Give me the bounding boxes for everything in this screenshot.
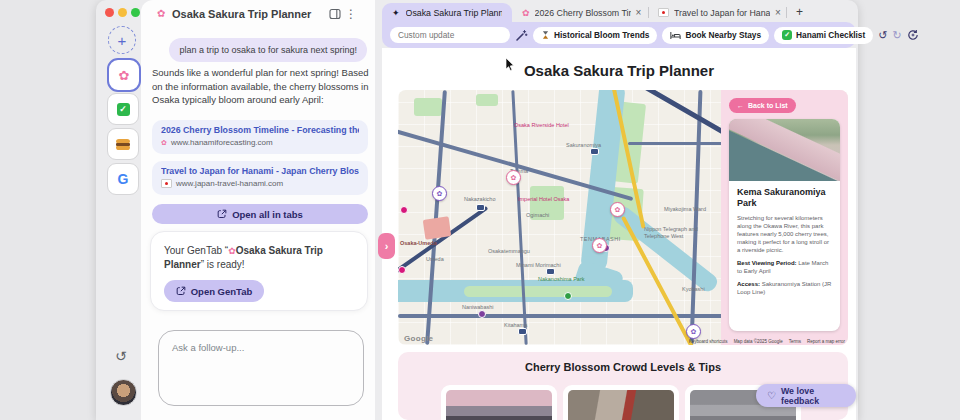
crowd-card[interactable]	[441, 385, 557, 420]
left-arrow-icon: ←	[737, 102, 744, 109]
citation-card[interactable]: 2026 Cherry Blossom Timeline - Forecasti…	[152, 120, 368, 154]
book-nearby-stays-button[interactable]: Book Nearby Stays	[662, 27, 769, 44]
tab-travel-to-japan[interactable]: Travel to Japan for Hanami - J ×	[658, 3, 781, 22]
new-tab-button[interactable]: +	[796, 5, 803, 19]
heart-icon: ♡	[767, 390, 776, 401]
citation-url: www.japan-travel-hanami.com	[176, 179, 283, 188]
page-title: Osaka Sakura Trip Planner	[382, 62, 856, 79]
rail-item-sakura-active[interactable]: ✿	[107, 58, 141, 92]
map-label: Nakazakicho	[464, 196, 496, 202]
google-g-icon: G	[118, 171, 129, 187]
station-marker	[476, 204, 485, 211]
station-marker	[398, 266, 406, 274]
keyboard-shortcuts-link[interactable]: Keyboard shortcuts	[689, 339, 728, 344]
custom-update-input[interactable]	[390, 27, 510, 43]
historical-bloom-trends-button[interactable]: Historical Bloom Trends	[533, 27, 657, 44]
japan-flag-favicon	[658, 8, 669, 17]
open-all-in-tabs-button[interactable]: Open all in tabs	[152, 204, 368, 224]
map-label: Miyakojima Ward	[664, 206, 706, 212]
report-map-error-link[interactable]: Report a map error	[807, 339, 845, 344]
access-label: Access:	[737, 281, 760, 287]
regenerate-icon[interactable]	[907, 29, 919, 41]
map-label: Nakanoshima Park	[538, 276, 584, 282]
open-gentab-button[interactable]: Open GenTab	[164, 280, 264, 302]
gentab-page: Osaka Sakura Trip Planner	[382, 48, 856, 420]
station-marker	[518, 328, 527, 335]
panel-expand-chevron[interactable]: ›	[378, 233, 395, 259]
minimize-window-button[interactable]	[118, 8, 127, 17]
japan-flag-favicon	[161, 179, 172, 188]
magic-wand-icon[interactable]	[515, 29, 528, 42]
sakura-spot-marker[interactable]: ✿	[610, 202, 625, 217]
tab-cherry-blossom-timeline[interactable]: ✿ 2026 Cherry Blossom Timelin ×	[522, 3, 641, 22]
close-tab-icon[interactable]: ×	[775, 7, 781, 18]
chat-panel: ✿ Osaka Sakura Trip Planner ⋮ plan a tri…	[141, 0, 375, 420]
google-watermark: Google	[404, 334, 433, 343]
gentab-text-prefix: Your GenTab “	[164, 245, 228, 256]
map-label: Minami Morimachi	[516, 262, 561, 268]
rail-item-checklist[interactable]: ✓	[107, 93, 139, 125]
user-avatar[interactable]	[110, 379, 137, 406]
undo-icon[interactable]: ↺	[878, 30, 887, 41]
close-tab-icon[interactable]: ×	[636, 7, 642, 18]
new-gentab-button[interactable]: +	[108, 26, 136, 54]
rail-item-food[interactable]	[107, 128, 139, 160]
place-card[interactable]: Kema Sakuranomiya Park Stretching for se…	[729, 119, 840, 331]
citation-title: Travel to Japan for Hanami - Japan Cherr…	[161, 166, 359, 176]
tab-gentab-active[interactable]: ✦ Osaka Sakura Trip Planner	[382, 3, 512, 22]
mouse-cursor	[505, 58, 516, 72]
rail-item-google[interactable]: G	[107, 163, 139, 195]
map-label: Kyobashi	[682, 286, 705, 292]
gentab-toolbar: Historical Bloom Trends Book Nearby Stay…	[382, 22, 856, 48]
sparkle-icon: ✦	[392, 8, 400, 18]
feedback-button[interactable]: ♡ We love feedback	[756, 384, 856, 407]
assistant-message: Sounds like a wonderful plan for next sp…	[152, 66, 370, 107]
sakura-spot-marker[interactable]: ✿	[432, 186, 447, 201]
station-marker	[564, 292, 572, 300]
plus-icon: +	[118, 32, 127, 49]
followup-input[interactable]	[159, 331, 363, 405]
open-as-tab-icon[interactable]	[329, 8, 341, 20]
sakura-spot-marker[interactable]: ✿	[592, 238, 607, 253]
bed-icon	[670, 31, 681, 40]
more-options-icon[interactable]: ⋮	[345, 7, 357, 21]
open-in-new-icon	[176, 286, 186, 296]
green-check-icon: ✓	[117, 103, 130, 116]
citation-title: 2026 Cherry Blossom Timeline - Forecasti…	[161, 125, 359, 135]
station-marker	[478, 310, 486, 318]
tab-separator	[648, 7, 649, 18]
sakura-spot-marker[interactable]: ✿	[506, 170, 521, 185]
zoom-window-button[interactable]	[131, 8, 140, 17]
chat-header: ✿ Osaka Sakura Trip Planner ⋮	[141, 0, 375, 28]
crowd-section-title: Cherry Blossom Crowd Levels & Tips	[398, 361, 848, 373]
hanami-checklist-button[interactable]: ✓ Hanami Checklist	[774, 27, 873, 44]
osaka-umeda-station-area	[423, 216, 452, 239]
hourglass-icon	[541, 30, 550, 40]
station-marker	[590, 148, 599, 155]
citation-card[interactable]: Travel to Japan for Hanami - Japan Cherr…	[152, 161, 368, 195]
back-to-list-button[interactable]: ← Back to List	[729, 98, 796, 113]
sakura-spot-marker[interactable]: ✿	[686, 324, 701, 339]
terms-link[interactable]: Terms	[789, 339, 801, 344]
open-in-new-icon	[217, 209, 227, 219]
map[interactable]: Nakazakicho Osaka-Umeda Umeda Temma Ogim…	[398, 90, 848, 345]
redo-icon[interactable]: ↻	[892, 30, 901, 41]
map-label: Naniwabashi	[462, 304, 494, 310]
map-label: Imperial Hotel Osaka	[518, 196, 569, 202]
close-window-button[interactable]	[105, 8, 114, 17]
sakura-flower-icon: ✿	[228, 246, 236, 256]
history-icon[interactable]: ↺	[115, 348, 127, 364]
screen: + ✿ ✓ G ↺ ✿ Osaka Sakura Trip Planner ⋮ …	[0, 0, 960, 420]
tab-separator	[786, 7, 787, 18]
crowd-photo	[446, 390, 552, 420]
chat-title: Osaka Sakura Trip Planner	[172, 8, 311, 20]
citation-url: www.hanamiforecasting.com	[171, 138, 273, 147]
crowd-card[interactable]	[563, 385, 679, 420]
followup-input-box[interactable]	[158, 330, 364, 406]
favicon-flower-icon: ✿	[161, 139, 167, 147]
map-label: Osaka Riverside Hotel	[514, 122, 569, 128]
sakura-flower-icon: ✿	[157, 8, 165, 19]
burger-icon	[116, 139, 130, 150]
user-message-bubble: plan a trip to osaka to for sakura next …	[169, 38, 367, 62]
map-label: Osakatemmangu	[488, 248, 530, 254]
